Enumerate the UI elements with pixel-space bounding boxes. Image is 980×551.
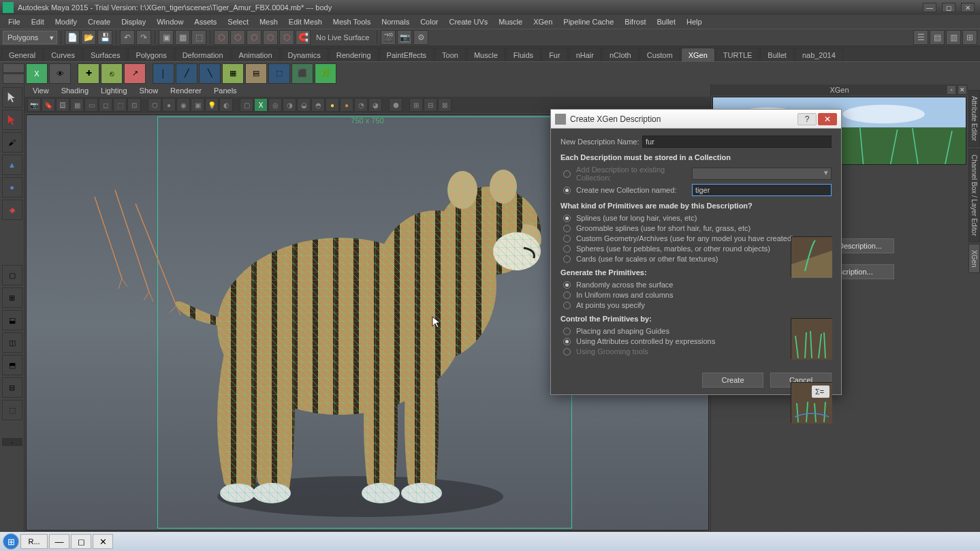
snap-grid-icon[interactable]: ⬡: [214, 30, 229, 45]
menu-file[interactable]: File: [3, 16, 26, 27]
shelf-tab-ncloth[interactable]: nCloth: [602, 48, 639, 61]
taskbar-max-button[interactable]: ◻: [71, 534, 91, 549]
vp-shadewire-icon[interactable]: ◉: [176, 98, 190, 112]
select-hierarchy-icon[interactable]: ⬚: [191, 30, 206, 45]
existing-collection-dropdown[interactable]: [692, 168, 832, 180]
menu-editmesh[interactable]: Edit Mesh: [283, 16, 328, 27]
scale-tool-icon[interactable]: ◆: [2, 200, 22, 220]
xgen-guide3-icon[interactable]: ╲: [199, 63, 221, 84]
move-tool-icon[interactable]: ▲: [2, 155, 22, 175]
shelf-tab-fur[interactable]: Fur: [541, 48, 568, 61]
vp-menu-shading[interactable]: Shading: [59, 86, 91, 95]
shelf-tab-deformation[interactable]: Deformation: [175, 48, 231, 61]
xgen-region-icon[interactable]: ▤: [245, 63, 267, 84]
menu-assets[interactable]: Assets: [189, 16, 222, 27]
vp-renderer-icon[interactable]: ⬢: [389, 98, 402, 112]
layout-button-icon[interactable]: ▥: [946, 30, 961, 45]
ipr-icon[interactable]: 📷: [397, 30, 412, 45]
radio-groomable[interactable]: Groomable splines (use for short hair, f…: [563, 224, 832, 232]
vp-dof-icon[interactable]: ●: [326, 98, 339, 112]
menu-createuvs[interactable]: Create UVs: [443, 16, 493, 27]
layout-button-icon[interactable]: ▤: [930, 30, 945, 45]
menu-meshtools[interactable]: Mesh Tools: [328, 16, 376, 27]
xgen-window-icon[interactable]: X: [26, 63, 48, 84]
menu-help[interactable]: Help: [681, 16, 708, 27]
radio-add-existing[interactable]: Add Description to existing Collection:: [563, 166, 832, 182]
dialog-titlebar[interactable]: Create XGen Description ? ✕: [551, 110, 841, 129]
vp-menu-panels[interactable]: Panels: [211, 86, 240, 95]
vp-menu-show[interactable]: Show: [137, 86, 161, 95]
shelf-tab-nab[interactable]: nab_2014: [795, 48, 843, 61]
save-scene-icon[interactable]: 💾: [97, 30, 112, 45]
create-button[interactable]: Create: [702, 373, 763, 388]
vp-tex-icon[interactable]: ▣: [191, 98, 204, 112]
xgen-guide1-icon[interactable]: │: [153, 63, 174, 84]
vp-wire-icon[interactable]: ⬡: [148, 98, 161, 112]
shelf-left-top-icon[interactable]: [3, 63, 25, 74]
right-panel-close-icon[interactable]: ✕: [958, 86, 966, 94]
layout-button-icon[interactable]: ⊞: [962, 30, 977, 45]
redo-icon[interactable]: ↷: [136, 30, 151, 45]
new-scene-icon[interactable]: 📄: [65, 30, 80, 45]
layout-single-icon[interactable]: ▢: [2, 265, 22, 285]
shelf-tab-xgen[interactable]: XGen: [681, 48, 715, 61]
menu-xgen[interactable]: XGen: [528, 16, 558, 27]
xgen-export-icon[interactable]: ↗: [124, 63, 146, 84]
window-minimize-button[interactable]: —: [923, 3, 936, 12]
vp-menu-view[interactable]: View: [30, 86, 52, 95]
shelf-tab-surfaces[interactable]: Surfaces: [83, 48, 127, 61]
vp-snap1-icon[interactable]: ⊞: [409, 98, 423, 112]
menu-mesh[interactable]: Mesh: [254, 16, 283, 27]
paint-tool-icon[interactable]: 🖌: [2, 132, 22, 153]
right-panel-undock-icon[interactable]: ▫: [947, 86, 955, 94]
vp-film-icon[interactable]: ▭: [84, 98, 98, 112]
select-tool-icon[interactable]: [2, 87, 22, 108]
radio-splines[interactable]: Splines (use for long hair, vines, etc): [563, 214, 832, 222]
shelf-tab-custom[interactable]: Custom: [639, 48, 680, 61]
vp-shadow-icon[interactable]: ◐: [219, 98, 233, 112]
radio-create-new[interactable]: Create new Collection named:: [563, 184, 832, 196]
menu-muscle[interactable]: Muscle: [493, 16, 528, 27]
vp-shade-icon[interactable]: ●: [162, 98, 176, 112]
dialog-close-button[interactable]: ✕: [818, 113, 837, 125]
vp-aa-icon[interactable]: ◓: [311, 98, 325, 112]
shelf-tab-painteffects[interactable]: PaintEffects: [379, 48, 434, 61]
xgen-eye-icon[interactable]: 👁: [49, 63, 71, 84]
new-desc-name-input[interactable]: [642, 136, 832, 148]
taskbar-min-button[interactable]: —: [49, 534, 69, 549]
open-scene-icon[interactable]: 📂: [81, 30, 96, 45]
shelf-tab-fluids[interactable]: Fluids: [506, 48, 541, 61]
xgen-grass-icon[interactable]: 🌿: [315, 63, 336, 84]
menu-normals[interactable]: Normals: [376, 16, 415, 27]
select-by-object-icon[interactable]: ▣: [159, 30, 174, 45]
xgen-paint1-icon[interactable]: ⬚: [268, 63, 290, 84]
vp-motion-icon[interactable]: ◒: [297, 98, 311, 112]
taskbar-close-button[interactable]: ✕: [93, 534, 113, 549]
menu-modify[interactable]: Modify: [50, 16, 82, 27]
radio-random[interactable]: Randomly across the surface: [563, 281, 832, 289]
menu-window[interactable]: Window: [151, 16, 189, 27]
layout-outliner-icon[interactable]: ⬚: [2, 400, 22, 420]
shelf-left-bot-icon[interactable]: [3, 74, 25, 84]
shelf-tab-polygons[interactable]: Polygons: [128, 48, 174, 61]
vp-grid-icon[interactable]: ▦: [70, 98, 84, 112]
shelf-tab-muscle[interactable]: Muscle: [467, 48, 505, 61]
menu-bifrost[interactable]: Bifrost: [619, 16, 651, 27]
shelf-tab-curves[interactable]: Curves: [44, 48, 82, 61]
xgen-bind-icon[interactable]: ⎋: [101, 63, 123, 84]
right-tab-channel-box[interactable]: Channel Box / Layer Editor: [968, 148, 980, 242]
vp-menu-renderer[interactable]: Renderer: [168, 86, 204, 95]
vp-menu-lighting[interactable]: Lighting: [98, 86, 130, 95]
shelf-tab-bullet[interactable]: Bullet: [760, 48, 794, 61]
xgen-guide2-icon[interactable]: ╱: [176, 63, 197, 84]
shelf-tab-general[interactable]: General: [1, 48, 43, 61]
vp-bookmark-icon[interactable]: 🔖: [42, 98, 55, 112]
vp-exposure-icon[interactable]: ◕: [368, 98, 382, 112]
vp-image-icon[interactable]: 🖼: [56, 98, 69, 112]
radio-uniform[interactable]: In Uniform rows and columns: [563, 291, 832, 299]
snap-point-icon[interactable]: ⬡: [247, 30, 262, 45]
window-restore-button[interactable]: ◻: [942, 3, 955, 12]
shelf-tab-animation[interactable]: Animation: [232, 48, 280, 61]
shelf-tab-nhair[interactable]: nHair: [569, 48, 601, 61]
menu-select[interactable]: Select: [222, 16, 254, 27]
